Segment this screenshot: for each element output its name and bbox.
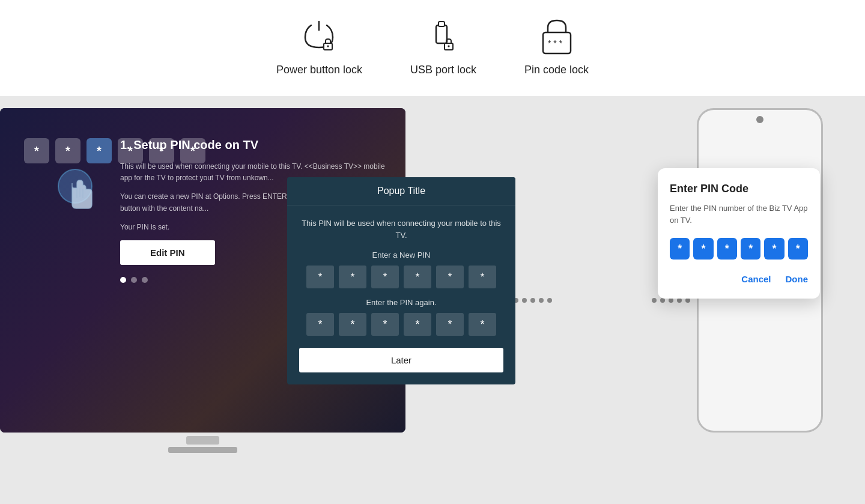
dot	[522, 298, 527, 303]
tv-setup-heading: 1. Setup PIN code on TV	[120, 138, 387, 152]
pin-box: *	[339, 266, 366, 288]
pin-box: *	[404, 313, 431, 336]
popup-body: This PIN will be used when connecting yo…	[287, 205, 515, 384]
popup-title-bar: Popup Title	[287, 177, 515, 205]
pin-dialog-actions: Cancel Done	[670, 274, 808, 284]
power-lock-icon	[298, 14, 340, 56]
phone-pin-box: *	[670, 238, 690, 260]
pin-box: *	[469, 313, 496, 336]
popup-pin-row-1: * * * * * *	[299, 266, 503, 288]
phone-pin-box: *	[741, 238, 760, 260]
svg-rect-3	[439, 22, 445, 26]
popup-description: This PIN will be used when connecting yo…	[299, 217, 503, 241]
cancel-button[interactable]: Cancel	[741, 274, 771, 284]
popup-title: Popup Title	[377, 186, 425, 196]
connector-dots-left	[514, 298, 552, 303]
phone-camera	[756, 116, 763, 123]
svg-rect-1	[327, 45, 329, 47]
tv-base	[168, 447, 237, 453]
tv-pin-dot-active: *	[86, 138, 112, 163]
top-section: Power button lock USB port lock	[0, 0, 865, 96]
tv-pin-dot: *	[55, 138, 80, 163]
later-button[interactable]: Later	[299, 348, 503, 372]
pagination-dot-2	[131, 277, 137, 283]
pin-box: *	[436, 313, 464, 336]
pin-code-lock-icon: * * *	[536, 14, 578, 56]
bottom-section: * * * * * *	[0, 96, 865, 504]
pin-box: *	[436, 266, 464, 288]
popup-pin-row-2: * * * * * *	[299, 313, 503, 336]
pin-box: *	[469, 266, 496, 288]
pagination-dot-3	[142, 277, 148, 283]
pin-box: *	[339, 313, 366, 336]
pin-dialog-title: Enter PIN Code	[670, 183, 808, 195]
pin-box: *	[404, 266, 431, 288]
power-button-lock-label: Power button lock	[276, 64, 362, 76]
svg-rect-5	[448, 45, 450, 47]
pin-box: *	[371, 266, 399, 288]
pin-dialog: Enter PIN Code Enter the PIN number of t…	[658, 168, 820, 299]
popup-enter-pin-again-label: Enter the PIN again.	[299, 298, 503, 307]
svg-text:* * *: * * *	[548, 38, 563, 48]
pin-box: *	[306, 313, 334, 336]
pin-code-lock-item: * * * Pin code lock	[524, 14, 589, 76]
usb-port-lock-item: USB port lock	[410, 14, 476, 76]
hand-pointer-icon	[57, 165, 105, 225]
pin-box: *	[306, 266, 334, 288]
pin-dialog-description: Enter the PIN number of the Biz TV App o…	[670, 202, 808, 226]
pin-code-lock-label: Pin code lock	[524, 64, 589, 76]
usb-lock-icon	[422, 14, 464, 56]
edit-pin-button[interactable]: Edit PIN	[120, 240, 215, 265]
pin-box: *	[371, 313, 399, 336]
phone-pin-box: *	[788, 238, 808, 260]
phone-pin-row: * * * * * *	[670, 238, 808, 260]
tv-pin-dot: *	[24, 138, 49, 163]
phone-pin-box: *	[693, 238, 713, 260]
popup-dialog: Popup Title This PIN will be used when c…	[287, 177, 515, 384]
dot	[530, 298, 535, 303]
popup-enter-new-pin-label: Enter a New PIN	[299, 250, 503, 260]
dot	[539, 298, 544, 303]
phone-pin-box: *	[764, 238, 784, 260]
power-button-lock-item: Power button lock	[276, 14, 362, 76]
tv-stand	[186, 436, 219, 445]
phone-pin-box: *	[717, 238, 737, 260]
usb-port-lock-label: USB port lock	[410, 64, 476, 76]
dot	[547, 298, 552, 303]
dot	[652, 298, 657, 303]
done-button[interactable]: Done	[786, 274, 809, 284]
pagination-dot-1	[120, 277, 126, 283]
svg-rect-2	[436, 25, 447, 43]
